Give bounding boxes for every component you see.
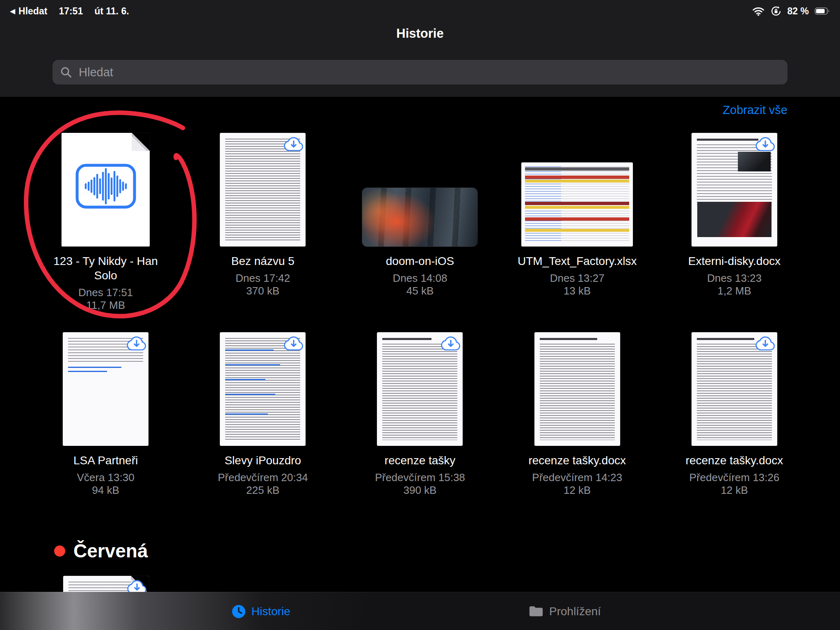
download-cloud-icon[interactable] [756,135,775,152]
folder-icon [528,605,544,618]
file-size: 11,7 MB [41,299,171,312]
audio-file-thumbnail [62,133,150,247]
tab-historie[interactable]: Historie [231,592,290,630]
tab-label: Historie [251,605,290,618]
bottom-tab-bar: Historie Prohlížení [0,592,840,630]
file-date: Dnes 14:08 [386,272,454,285]
download-cloud-icon[interactable] [284,334,304,352]
file-size: 390 kB [375,484,465,497]
file-item[interactable]: doom-on-iOS Dnes 14:08 45 kB [341,129,498,312]
file-item[interactable]: 123 - Ty Nikdy - Han Solo Dnes 17:51 11,… [27,129,184,312]
tag-section-title: Červená [73,540,148,562]
files-app-screen: ◀ Hledat 17:51 út 11. 6. 82 % [0,0,840,630]
file-date: Dnes 17:42 [231,272,294,285]
file-name: doom-on-iOS [386,254,454,268]
file-date: Dnes 17:51 [41,286,171,299]
file-date: Dnes 13:23 [688,272,781,285]
file-item[interactable]: recenze tašky.docx Předevčírem 13:26 12 … [656,329,813,497]
file-name: recenze tašky.docx [686,453,783,468]
file-size: 12 kB [686,484,783,497]
battery-icon [815,7,830,15]
file-size: 370 kB [231,285,294,297]
file-item[interactable]: LSA Partneři Včera 13:30 94 kB [27,329,184,497]
file-size: 1,2 MB [688,285,781,297]
battery-percent: 82 % [788,6,809,17]
file-name: 123 - Ty Nikdy - Han Solo [41,254,171,283]
file-item[interactable]: recenze tašky Předevčírem 15:38 390 kB [341,329,498,497]
status-date: út 11. 6. [94,6,129,17]
search-input[interactable] [78,65,780,80]
file-name: recenze tašky [375,453,465,468]
red-tag-dot-icon [54,546,65,557]
file-date: Předevčírem 14:23 [528,471,626,484]
tab-prohlizeni[interactable]: Prohlížení [528,592,601,630]
file-item[interactable]: Bez názvu 5 Dnes 17:42 370 kB [184,129,341,312]
recent-files-grid-row-1: 123 - Ty Nikdy - Han Solo Dnes 17:51 11,… [27,129,813,312]
tag-section-header: Červená [54,540,148,562]
file-name: LSA Partneři [73,453,138,468]
file-item[interactable]: recenze tašky.docx Předevčírem 14:23 12 … [499,329,656,497]
audio-waveform-icon [75,162,137,211]
file-name: UTM_Text_Factory.xlsx [518,254,637,268]
rotation-lock-icon [770,5,782,17]
back-to-app-button[interactable]: ◀ Hledat [10,6,47,17]
show-all-link[interactable]: Zobrazit vše [723,103,788,117]
file-date: Předevčírem 15:38 [375,471,465,484]
file-name: Bez názvu 5 [231,254,294,268]
file-name: recenze tašky.docx [528,453,626,468]
tab-label: Prohlížení [549,605,601,618]
search-bar[interactable] [52,60,788,84]
file-item[interactable]: Externi-disky.docx Dnes 13:23 1,2 MB [656,129,813,312]
file-size: 12 kB [528,484,626,497]
file-size: 13 kB [518,285,637,297]
file-name: Externi-disky.docx [688,254,781,268]
download-cloud-icon[interactable] [756,334,775,352]
search-icon [60,66,72,78]
download-cloud-icon[interactable] [441,334,461,352]
video-thumbnail [362,188,477,247]
file-date: Dnes 13:27 [518,272,637,285]
file-item[interactable]: UTM_Text_Factory.xlsx Dnes 13:27 13 kB [499,129,656,312]
file-date: Včera 13:30 [73,471,138,484]
spreadsheet-thumbnail [521,162,633,247]
download-cloud-icon[interactable] [284,135,304,152]
file-size: 94 kB [73,484,138,497]
file-date: Předevčírem 13:26 [686,471,783,484]
file-size: 45 kB [386,285,454,297]
download-cloud-icon[interactable] [127,334,146,352]
status-time: 17:51 [59,6,83,17]
wifi-icon [752,7,765,16]
status-bar: ◀ Hledat 17:51 út 11. 6. 82 % [0,0,840,22]
document-thumbnail [534,332,620,446]
clock-icon [231,604,246,619]
file-name: Slevy iPouzdro [218,453,308,468]
file-size: 225 kB [218,484,308,497]
back-triangle-icon: ◀ [10,8,15,15]
recent-files-grid-row-2: LSA Partneři Včera 13:30 94 kB [27,329,813,497]
file-item[interactable]: Slevy iPouzdro Předevčírem 20:34 225 kB [184,329,341,497]
page-title: Historie [0,26,840,41]
back-app-label: Hledat [18,6,47,17]
file-date: Předevčírem 20:34 [218,471,308,484]
